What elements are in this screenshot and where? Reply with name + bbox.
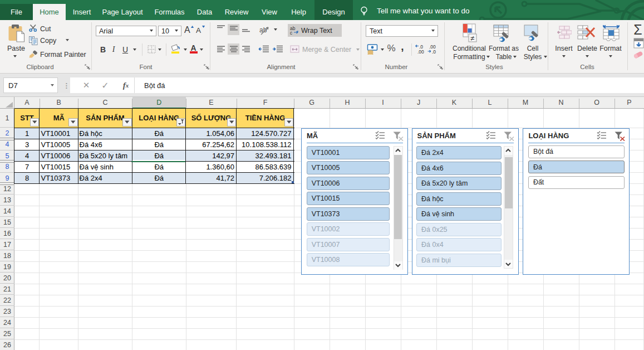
svg-text:A: A <box>196 26 201 35</box>
svg-text:A: A <box>184 25 190 35</box>
svg-text:.00: .00 <box>429 44 436 50</box>
svg-text:≠: ≠ <box>470 34 474 42</box>
svg-text:.00: .00 <box>417 49 424 54</box>
svg-text:.0: .0 <box>419 44 423 50</box>
svg-text:.0: .0 <box>432 49 436 54</box>
